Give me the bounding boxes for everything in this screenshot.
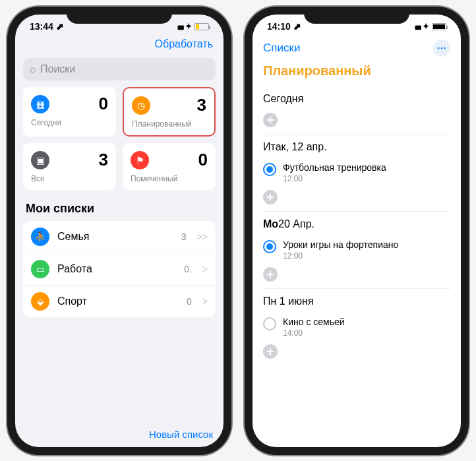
status-time: 13:44 ⬈ [30, 21, 64, 32]
plus-icon [263, 344, 278, 359]
task-row[interactable]: Уроки игры на фортепиано12:00 [263, 235, 450, 264]
signal-icon [415, 22, 420, 31]
phone-left: 13:44 ⬈ Обработать ⌕ Поиски ▦ 0 [7, 7, 231, 455]
back-button[interactable]: Списки [263, 42, 300, 55]
calendar-icon: ▦ [31, 95, 49, 113]
dumbbell-icon: ⬙ [31, 292, 49, 311]
card-scheduled-count: 3 [197, 95, 206, 115]
task-radio[interactable] [263, 240, 276, 253]
more-button[interactable]: ⋯ [433, 40, 450, 57]
battery-icon [194, 23, 209, 30]
search-placeholder: Поиски [40, 63, 75, 75]
task-row[interactable]: Кино с семьей14:00 [263, 313, 450, 342]
search-icon: ⌕ [30, 63, 36, 75]
battery-icon [432, 23, 446, 30]
day-header: Сегодня [263, 86, 450, 110]
list-label: Спорт [57, 295, 179, 307]
wifi-icon [423, 22, 429, 31]
card-scheduled-label: Планированный [132, 119, 206, 129]
day-header: Итак, 12 апр. [263, 134, 450, 158]
card-today-count: 0 [99, 94, 108, 114]
notch [304, 7, 409, 24]
task-time: 14:00 [283, 328, 345, 338]
add-task-button[interactable] [263, 110, 450, 134]
task-time: 12:00 [283, 251, 398, 261]
new-list-button[interactable]: Новый список [149, 429, 213, 440]
people-icon: ⛹ [31, 228, 49, 246]
wifi-icon [185, 22, 192, 31]
list-label: Работа [57, 263, 176, 275]
task-radio[interactable] [263, 317, 276, 330]
task-row[interactable]: Футбольная тренировка12:00 [263, 158, 450, 187]
list-label: Семья [57, 231, 173, 243]
task-title: Уроки игры на фортепиано [283, 239, 398, 250]
chevron-icon: >> [197, 231, 208, 242]
notch [67, 7, 172, 24]
my-lists: ⛹ Семья 3 >> ▭ Работа 0. > ⬙ Спорт 0 > [23, 221, 216, 317]
task-title: Футбольная тренировка [283, 162, 386, 173]
list-row-sport[interactable]: ⬙ Спорт 0 > [23, 286, 216, 317]
task-title: Кино с семьей [283, 317, 345, 327]
flag-icon: ⚑ [131, 151, 149, 169]
list-count: 0. [184, 264, 192, 274]
card-today[interactable]: ▦ 0 Сегодня [23, 87, 116, 137]
task-time: 12:00 [283, 174, 386, 183]
signal-icon [177, 22, 183, 31]
card-scheduled[interactable]: ◷ 3 Планированный [123, 87, 216, 137]
card-flagged-label: Помеченный [131, 174, 208, 183]
task-radio[interactable] [263, 163, 276, 176]
list-count: 0 [187, 296, 192, 307]
add-task-button[interactable] [263, 264, 450, 288]
phone-right: 14:10 ⬈ Списки ⋯ Планированный СегодняИт… [245, 7, 469, 455]
day-header: Пн 1 июня [263, 288, 450, 313]
list-row-work[interactable]: ▭ Работа 0. > [23, 253, 216, 286]
monitor-icon: ▭ [31, 260, 49, 278]
add-task-button[interactable] [263, 187, 450, 211]
page-title: Планированный [253, 61, 461, 86]
card-all-count: 3 [99, 150, 108, 170]
card-today-label: Сегодня [31, 118, 108, 127]
edit-button[interactable]: Обработать [155, 38, 213, 50]
list-row-family[interactable]: ⛹ Семья 3 >> [23, 221, 216, 253]
card-flagged-count: 0 [198, 150, 208, 170]
list-count: 3 [181, 231, 187, 242]
my-lists-title: Мои списки [15, 190, 223, 221]
card-flagged[interactable]: ⚑ 0 Помеченный [123, 143, 216, 190]
add-task-button[interactable] [263, 342, 450, 365]
chevron-icon: > [202, 296, 208, 307]
status-time: 14:10 ⬈ [267, 21, 301, 32]
inbox-icon: ▣ [31, 151, 49, 169]
day-header: Mo20 Апр. [263, 211, 450, 235]
chevron-icon: > [202, 264, 208, 274]
schedule-list[interactable]: СегодняИтак, 12 апр.Футбольная тренировк… [253, 86, 461, 443]
search-input[interactable]: ⌕ Поиски [23, 58, 216, 80]
clock-icon: ◷ [132, 96, 150, 115]
plus-icon [263, 113, 278, 127]
plus-icon [263, 267, 278, 282]
card-all-label: Все [31, 174, 108, 183]
plus-icon [263, 190, 278, 204]
card-all[interactable]: ▣ 3 Все [23, 143, 116, 190]
